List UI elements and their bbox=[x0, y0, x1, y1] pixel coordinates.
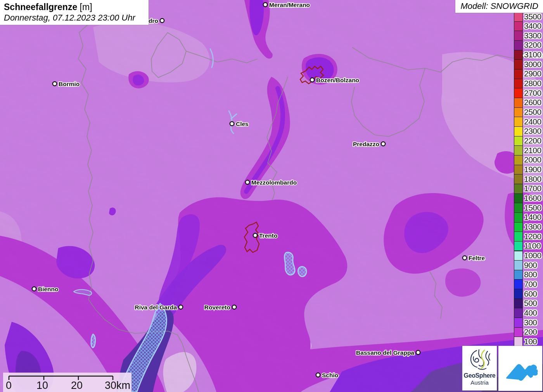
city-label: Riva del Garda bbox=[135, 304, 177, 311]
geosphere-logo-text: GeoSphere bbox=[462, 372, 497, 379]
city-marker bbox=[246, 180, 249, 184]
city-label: Trento bbox=[259, 232, 277, 239]
city-marker bbox=[416, 351, 420, 354]
city-label: Cortina bbox=[528, 52, 543, 59]
map-title: Schneefallgrenze [m] bbox=[4, 2, 145, 12]
city-label: Predazzo bbox=[353, 141, 379, 147]
city-marker bbox=[310, 78, 314, 82]
city-marker bbox=[160, 19, 164, 22]
scale-bar: 0 10 20 30km bbox=[3, 373, 131, 392]
city-bozen-bolzano: Bozen/Bolzano bbox=[310, 77, 359, 83]
city-label: Bienno bbox=[38, 286, 59, 292]
city-cles: Cles bbox=[230, 121, 249, 127]
city-label: Mezzolombardo bbox=[251, 179, 297, 186]
city-marker bbox=[253, 233, 257, 237]
city-label: Bormio bbox=[59, 81, 80, 87]
city-marker bbox=[381, 142, 385, 146]
city-label: Feltre bbox=[469, 255, 485, 261]
city-marker bbox=[232, 305, 236, 309]
title-box: Schneefallgrenze [m] Donnerstag, 07.12.2… bbox=[0, 0, 149, 25]
city-marker bbox=[32, 287, 36, 291]
blue-mountain-icon bbox=[502, 350, 539, 387]
city-marker bbox=[179, 305, 183, 309]
city-marker bbox=[463, 256, 467, 260]
geosphere-contour-icon bbox=[467, 348, 492, 371]
map-canvas: Meran/MeranondroBormioBozen/BolzanoClesP… bbox=[0, 0, 543, 392]
city-mezzolombardo: Mezzolombardo bbox=[246, 179, 297, 186]
scale-label-30km: 30km bbox=[105, 380, 130, 392]
city-marker bbox=[230, 122, 234, 126]
city-label: Bozen/Bolzano bbox=[316, 77, 359, 83]
avalanche-logo-box bbox=[498, 346, 542, 391]
title-unit: [m] bbox=[80, 2, 92, 12]
title-heading: Schneefallgrenze bbox=[4, 2, 77, 12]
scale-label-0: 0 bbox=[6, 380, 12, 392]
city-label: Meran/Merano bbox=[269, 2, 310, 8]
city-meran-merano: Meran/Merano bbox=[263, 2, 310, 8]
city-label: Cles bbox=[236, 121, 249, 127]
city-marker bbox=[522, 54, 526, 57]
city-marker bbox=[53, 82, 57, 86]
model-box: Modell: SNOWGRID bbox=[455, 0, 543, 13]
city-label: Schio bbox=[322, 372, 338, 378]
city-label: Rovereto bbox=[204, 304, 230, 311]
city-riva-del-garda: Riva del Garda bbox=[135, 304, 183, 311]
geosphere-logo-box: GeoSphere Austria bbox=[462, 346, 497, 390]
city-label: Bassano del Grappa bbox=[356, 349, 414, 356]
geosphere-logo-subtext: Austria bbox=[462, 379, 497, 386]
snowfall-limit-map: Meran/MeranondroBormioBozen/BolzanoClesP… bbox=[0, 0, 543, 392]
city-marker bbox=[263, 3, 267, 7]
scale-label-20: 20 bbox=[71, 380, 83, 392]
city-marker bbox=[316, 373, 320, 377]
hillshade-texture bbox=[0, 0, 543, 392]
model-label: Modell: SNOWGRID bbox=[461, 1, 538, 11]
map-datetime: Donnerstag, 07.12.2023 23:00 Uhr bbox=[4, 13, 145, 23]
scale-label-10: 10 bbox=[36, 380, 48, 392]
city-bassano-del-grappa: Bassano del Grappa bbox=[356, 349, 420, 356]
